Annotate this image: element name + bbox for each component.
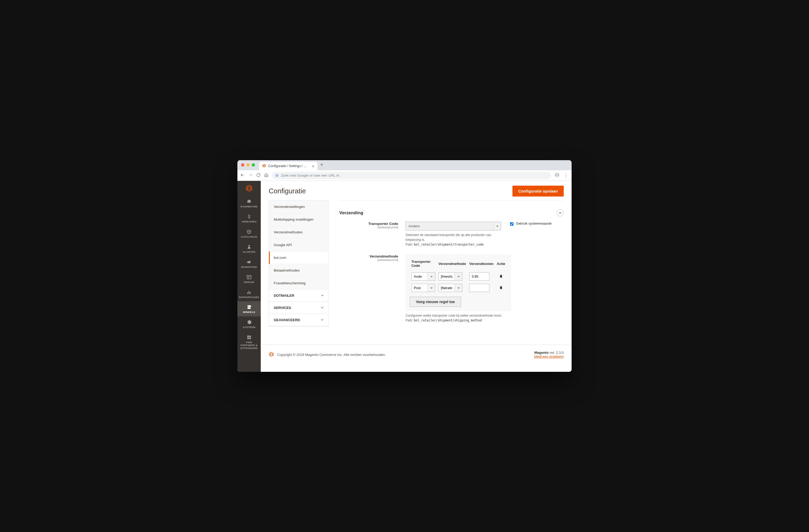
transporter-code-value xyxy=(406,222,493,230)
row-transporter-value[interactable] xyxy=(412,284,428,292)
browser-title-bar: Configuratie / Settings / Stores × + xyxy=(237,160,572,170)
address-bar[interactable]: G Zoek met Google of voer een URL in xyxy=(272,172,551,179)
tab-close-icon[interactable]: × xyxy=(312,164,314,168)
shipping-method-table: Transporter CodeVerzendmethodeVerzendkos… xyxy=(406,254,511,311)
window-zoom-button[interactable] xyxy=(252,164,255,167)
sidebar-item-label: SYSTEEM xyxy=(243,326,255,329)
report-problem-link[interactable]: Meld een probleem xyxy=(534,355,564,359)
page-header: Configuratie Configuratie opslaan xyxy=(261,181,572,200)
sidebar-item-label: FIND PARTNERS & EXTENSIONS xyxy=(239,341,260,350)
trash-icon xyxy=(499,286,503,290)
sidebar-item-klanten[interactable]: KLANTEN xyxy=(237,241,261,256)
transporter-code-select[interactable] xyxy=(406,222,501,230)
row-cost-input[interactable] xyxy=(469,272,489,280)
table-header: Transporter Code xyxy=(410,259,437,271)
admin-sidebar: DASHBOARDVERKOPENCATALOGUSKLANTENMARKETI… xyxy=(237,181,261,372)
table-row xyxy=(410,271,507,282)
field-help: Configureer welke transporter code bij w… xyxy=(406,313,511,323)
box-icon xyxy=(246,229,252,235)
use-default-input[interactable] xyxy=(510,222,514,226)
chevron-down-icon[interactable] xyxy=(428,284,435,292)
sidebar-item-inhoud[interactable]: INHOUD xyxy=(237,271,261,287)
magento-logo-icon[interactable] xyxy=(237,181,261,196)
section-label: GEAVANCEERD xyxy=(274,318,300,322)
sidebar-item-systeem[interactable]: SYSTEEM xyxy=(237,316,261,331)
row-delete-button[interactable] xyxy=(495,282,507,294)
sidebar-item-winkels[interactable]: WINKELS xyxy=(237,301,261,316)
nav-back-icon[interactable] xyxy=(240,173,245,178)
new-tab-button[interactable]: + xyxy=(320,162,323,168)
fieldset-header[interactable]: Verzending xyxy=(339,207,564,222)
svg-rect-3 xyxy=(247,275,251,279)
version-text: Magento ver. 2.3.0 xyxy=(534,350,564,355)
add-row-button[interactable]: Voeg nieuwe regel toe xyxy=(410,297,461,307)
nav-forward-icon[interactable] xyxy=(248,173,253,178)
table-header: Verzendkosten xyxy=(468,259,495,271)
field-use-default: Gebruik systeemwaarde xyxy=(501,222,552,226)
sidebar-item-label: RAPPORTAGES xyxy=(239,296,259,299)
google-icon: G xyxy=(276,173,278,177)
chevron-down-icon[interactable] xyxy=(454,284,462,292)
sidebar-item-label: WINKELS xyxy=(243,311,255,314)
window-minimize-button[interactable] xyxy=(246,164,249,167)
config-nav-item[interactable]: Verzendmethodes xyxy=(269,226,328,239)
copyright-text: Copyright © 2019 Magento Commerce Inc. A… xyxy=(277,353,386,357)
trash-icon xyxy=(499,274,503,279)
profile-icon[interactable] xyxy=(554,172,560,179)
browser-tab[interactable]: Configuratie / Settings / Stores × xyxy=(259,162,317,170)
config-nav-section[interactable]: GEAVANCEERD xyxy=(269,314,328,326)
svg-point-2 xyxy=(248,245,250,247)
chevron-down-icon[interactable] xyxy=(454,273,462,280)
config-nav-item[interactable]: Betaalmethodes xyxy=(269,264,328,277)
collapse-toggle-icon[interactable] xyxy=(557,209,564,217)
row-cost-input[interactable] xyxy=(469,284,489,292)
nav-home-icon[interactable] xyxy=(264,173,269,178)
row-method-value[interactable] xyxy=(439,284,454,292)
row-method-select[interactable] xyxy=(438,284,462,292)
config-nav-item[interactable]: Verzendinstellingen xyxy=(269,201,328,213)
sidebar-item-label: KLANTEN xyxy=(243,251,255,254)
field-transporter-code: Transporter Code [winkelaanzicht] Select… xyxy=(339,222,564,247)
sidebar-item-rapportages[interactable]: RAPPORTAGES xyxy=(237,287,261,302)
save-config-button[interactable]: Configuratie opslaan xyxy=(513,186,564,196)
row-delete-button[interactable] xyxy=(495,271,507,282)
nav-reload-icon[interactable] xyxy=(256,173,261,178)
sidebar-item-catalogus[interactable]: CATALOGUS xyxy=(237,226,261,241)
config-nav-item[interactable]: Fraudebescherming xyxy=(269,277,328,290)
window-close-button[interactable] xyxy=(241,164,244,167)
sidebar-item-partners[interactable]: FIND PARTNERS & EXTENSIONS xyxy=(237,331,261,353)
browser-toolbar: G Zoek met Google of voer een URL in ⋮ xyxy=(237,170,572,181)
sidebar-item-label: MARKETING xyxy=(241,266,257,269)
sidebar-item-marketing[interactable]: MARKETING xyxy=(237,256,261,271)
table-header: Verzendmethode xyxy=(437,259,468,271)
table-header: Actie xyxy=(495,259,507,271)
config-nav-item[interactable]: bol.com xyxy=(269,252,328,264)
row-transporter-value[interactable] xyxy=(412,273,428,280)
admin-footer: Copyright © 2019 Magento Commerce Inc. A… xyxy=(261,344,572,372)
content-area: Configuratie Configuratie opslaan Verzen… xyxy=(261,181,572,372)
browser-menu-icon[interactable]: ⋮ xyxy=(563,173,569,178)
config-nav-item[interactable]: Multishipping instellingen xyxy=(269,213,328,226)
sidebar-item-label: CATALOGUS xyxy=(241,236,257,238)
store-icon xyxy=(246,305,252,310)
sidebar-item-verkopen[interactable]: VERKOPEN xyxy=(237,211,261,226)
row-method-value[interactable] xyxy=(439,273,454,280)
row-transporter-select[interactable] xyxy=(411,284,435,292)
config-nav-item[interactable]: Google API xyxy=(269,239,328,252)
chevron-down-icon xyxy=(321,294,324,297)
row-method-select[interactable] xyxy=(438,272,462,280)
config-nav-section[interactable]: SERVICES xyxy=(269,302,328,314)
chevron-down-icon xyxy=(321,318,324,322)
chevron-down-icon[interactable] xyxy=(428,273,435,280)
gauge-icon xyxy=(246,199,252,204)
row-transporter-select[interactable] xyxy=(411,272,435,280)
workspace: VerzendinstellingenMultishipping instell… xyxy=(261,200,572,344)
config-nav-section[interactable]: DOTMAILER xyxy=(269,290,328,302)
blocks-icon xyxy=(246,335,252,340)
url-placeholder: Zoek met Google of voer een URL in xyxy=(281,173,339,177)
sidebar-item-dashboard[interactable]: DASHBOARD xyxy=(237,196,261,211)
sidebar-item-label: INHOUD xyxy=(244,281,254,284)
svg-rect-4 xyxy=(247,292,248,294)
use-default-checkbox[interactable]: Gebruik systeemwaarde xyxy=(509,222,552,226)
chevron-down-icon[interactable] xyxy=(493,222,501,230)
